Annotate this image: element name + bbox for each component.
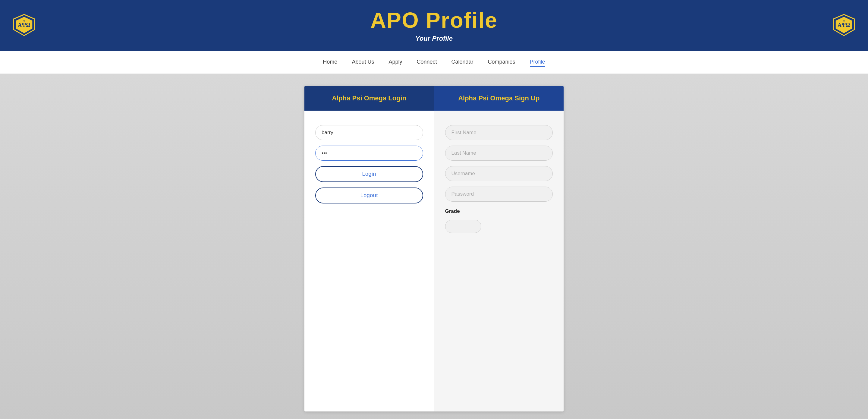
site-header: ΑΨΩ ⚜ APO Profile Your Profile ΑΨΩ ⚜ <box>0 0 868 51</box>
main-content: Alpha Psi Omega Login Login Logout Alpha… <box>0 74 868 419</box>
nav-about[interactable]: About Us <box>352 58 374 67</box>
site-subtitle: Your Profile <box>370 35 498 42</box>
password-input[interactable] <box>315 146 423 161</box>
nav-connect[interactable]: Connect <box>416 58 437 67</box>
svg-text:ΑΨΩ: ΑΨΩ <box>18 22 30 28</box>
site-title: APO Profile <box>370 8 498 32</box>
nav-profile[interactable]: Profile <box>530 58 545 67</box>
login-header: Alpha Psi Omega Login <box>304 86 434 111</box>
grade-input[interactable] <box>445 220 481 233</box>
login-panel: Alpha Psi Omega Login Login Logout <box>304 86 434 412</box>
signup-username-input[interactable] <box>445 166 553 181</box>
signup-lastname-input[interactable] <box>445 146 553 161</box>
nav-companies[interactable]: Companies <box>488 58 516 67</box>
logo-right: ΑΨΩ ⚜ <box>832 13 856 38</box>
nav-calendar[interactable]: Calendar <box>452 58 473 67</box>
login-button[interactable]: Login <box>315 166 423 182</box>
svg-text:⚜: ⚜ <box>23 19 26 23</box>
svg-text:⚜: ⚜ <box>843 19 845 23</box>
logo-left: ΑΨΩ ⚜ <box>12 13 36 38</box>
signup-firstname-input[interactable] <box>445 125 553 140</box>
login-body: Login Logout <box>304 111 434 218</box>
logout-button[interactable]: Logout <box>315 187 423 204</box>
svg-text:ΑΨΩ: ΑΨΩ <box>838 22 850 28</box>
signup-title: Alpha Psi Omega Sign Up <box>440 94 558 102</box>
signup-header: Alpha Psi Omega Sign Up <box>434 86 564 111</box>
content-card: Alpha Psi Omega Login Login Logout Alpha… <box>304 86 564 412</box>
signup-panel: Alpha Psi Omega Sign Up Grade <box>434 86 564 412</box>
navbar: Home About Us Apply Connect Calendar Com… <box>0 51 868 74</box>
login-title: Alpha Psi Omega Login <box>310 94 428 102</box>
nav-home[interactable]: Home <box>323 58 337 67</box>
nav-apply[interactable]: Apply <box>389 58 402 67</box>
username-input[interactable] <box>315 125 423 140</box>
header-center: APO Profile Your Profile <box>370 8 498 42</box>
signup-body: Grade <box>434 111 564 247</box>
grade-label: Grade <box>445 208 553 214</box>
signup-password-input[interactable] <box>445 187 553 202</box>
